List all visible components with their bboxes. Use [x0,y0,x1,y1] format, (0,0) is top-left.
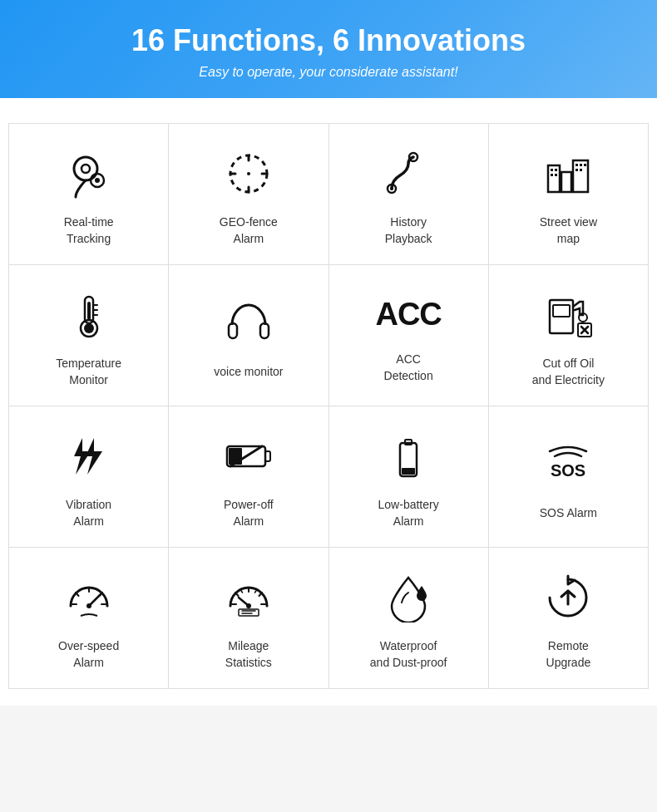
cell-sos-alarm: SOS SOS Alarm [489,406,649,548]
svg-rect-21 [580,164,582,166]
header: 16 Functions, 6 Innovations Easy to oper… [0,0,657,98]
vibration-icon [60,427,118,485]
svg-point-57 [86,603,91,608]
cell-temperature-monitor: TemperatureMonitor [9,265,169,406]
cell-mileage-statistics: MileageStatistics [169,548,328,689]
cell-remote-upgrade-label: RemoteUpgrade [546,638,591,671]
svg-rect-46 [229,448,242,465]
cell-realtime-tracking: Real-timeTracking [9,124,169,265]
cell-realtime-tracking-label: Real-timeTracking [64,214,114,247]
geo-fence-icon [220,145,278,203]
svg-point-28 [84,323,94,333]
svg-point-0 [74,157,97,180]
cell-temperature-label: TemperatureMonitor [56,356,121,388]
cell-history-playback: HistoryPlayback [329,124,489,265]
waterproof-icon [379,568,437,627]
cell-vibration-alarm: VibrationAlarm [9,406,169,548]
svg-rect-17 [555,169,557,171]
svg-rect-20 [575,164,578,166]
sos-icon: SOS [539,436,597,494]
svg-point-12 [390,187,393,190]
features-grid-container: Real-timeTracking GEO-fenceAlarm [0,98,657,706]
svg-line-59 [235,593,239,596]
svg-point-1 [82,165,90,173]
cell-street-view-label: Street viewmap [540,214,597,247]
cell-geo-fence-label: GEO-fenceAlarm [220,214,278,247]
cell-waterproof: Waterproofand Dust-proof [329,548,489,689]
cell-low-battery-alarm: Low-batteryAlarm [329,406,489,548]
svg-text:SOS: SOS [551,461,585,480]
street-view-icon [539,145,597,203]
svg-rect-22 [584,164,586,166]
svg-rect-34 [260,323,269,338]
features-grid: Real-timeTracking GEO-fenceAlarm [8,123,649,689]
svg-rect-19 [555,174,557,176]
svg-rect-23 [575,169,578,171]
low-battery-icon [379,427,437,485]
cell-acc-detection-label: ACCDetection [384,352,433,384]
svg-rect-24 [580,169,582,171]
cell-overspeed-alarm: Over-speedAlarm [9,548,169,689]
upgrade-icon [539,568,597,627]
svg-point-66 [246,603,251,608]
svg-rect-49 [402,468,415,475]
svg-rect-18 [551,174,553,176]
cell-history-playback-label: HistoryPlayback [385,214,432,247]
svg-rect-13 [548,165,560,192]
cell-remote-upgrade: RemoteUpgrade [489,548,649,689]
svg-line-60 [259,593,262,596]
cell-waterproof-label: Waterproofand Dust-proof [370,638,447,671]
cell-acc-detection: ACC ACCDetection [329,265,489,406]
svg-rect-44 [265,451,270,461]
battery-cut-icon [220,427,278,485]
svg-rect-14 [561,172,571,192]
thermometer-icon [60,286,118,344]
svg-point-5 [247,172,250,175]
cell-voice-monitor-label: voice monitor [214,364,283,381]
cell-power-off-alarm: Power-offAlarm [169,406,328,548]
svg-rect-67 [239,609,259,616]
svg-rect-29 [87,302,91,320]
svg-line-52 [76,593,79,596]
speedometer-icon [60,568,118,627]
cell-vibration-alarm-label: VibrationAlarm [66,497,111,529]
cut-oil-icon [539,286,597,344]
svg-rect-33 [229,323,237,338]
location-pin-icon [60,145,118,203]
cell-mileage-statistics-label: MileageStatistics [225,638,272,671]
acc-text-icon: ACC [375,290,442,340]
headphone-icon [220,294,278,352]
cell-voice-monitor: voice monitor [169,265,328,406]
cell-street-view: Street viewmap [489,124,649,265]
svg-rect-16 [551,169,553,171]
cell-low-battery-alarm-label: Low-batteryAlarm [378,497,439,529]
svg-point-3 [95,178,100,183]
history-playback-icon [379,145,437,203]
cell-power-off-alarm-label: Power-offAlarm [224,497,274,529]
cell-cut-off-oil-label: Cut off Oiland Electricity [532,356,605,388]
header-title: 16 Functions, 6 Innovations [17,23,640,58]
cell-overspeed-alarm-label: Over-speedAlarm [58,638,119,671]
header-subtitle: Easy to operate, your considerate assist… [17,65,640,80]
mileage-icon [220,568,278,627]
cell-cut-off-oil: Cut off Oiland Electricity [489,265,649,406]
svg-rect-36 [553,305,570,317]
cell-sos-alarm-label: SOS Alarm [540,505,597,522]
cell-geo-fence: GEO-fenceAlarm [169,124,328,265]
